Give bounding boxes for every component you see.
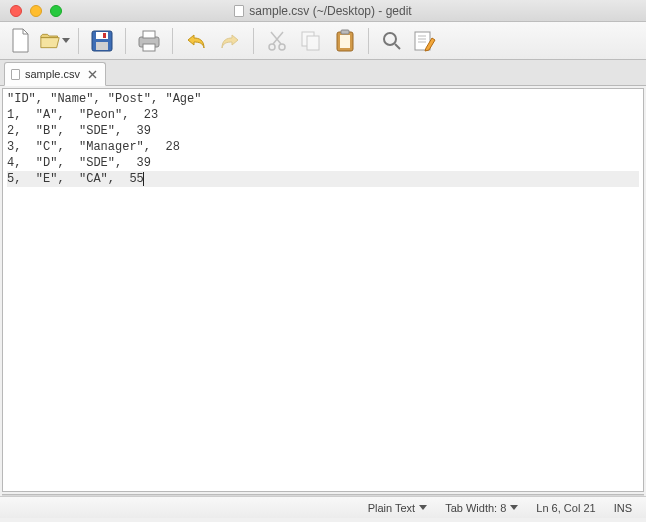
- redo-icon: [219, 32, 241, 50]
- svg-rect-10: [307, 36, 319, 50]
- open-file-button[interactable]: [40, 26, 70, 56]
- language-selector[interactable]: Plain Text: [368, 502, 428, 514]
- scissors-icon: [267, 30, 287, 52]
- window-title-text: sample.csv (~/Desktop) - gedit: [249, 4, 411, 18]
- find-replace-icon: [414, 30, 438, 52]
- titlebar: sample.csv (~/Desktop) - gedit: [0, 0, 646, 22]
- tab-sample-csv[interactable]: sample.csv: [4, 62, 106, 86]
- editor-line: 3, "C", "Manager", 28: [7, 139, 639, 155]
- copy-icon: [300, 30, 322, 52]
- svg-point-7: [269, 44, 275, 50]
- editor-line: 2, "B", "SDE", 39: [7, 123, 639, 139]
- redo-button[interactable]: [215, 26, 245, 56]
- copy-button[interactable]: [296, 26, 326, 56]
- document-icon: [234, 5, 244, 17]
- separator: [125, 28, 126, 54]
- folder-open-icon: [40, 32, 60, 50]
- window-title: sample.csv (~/Desktop) - gedit: [0, 4, 646, 18]
- tab-width-label: Tab Width: 8: [445, 502, 506, 514]
- svg-point-8: [279, 44, 285, 50]
- text-cursor: [143, 172, 144, 186]
- cursor-position-label: Ln 6, Col 21: [536, 502, 595, 514]
- save-icon: [91, 30, 113, 52]
- separator: [78, 28, 79, 54]
- svg-rect-6: [143, 44, 155, 51]
- svg-rect-2: [96, 42, 108, 50]
- editor-line: "ID", "Name", "Post", "Age": [7, 91, 639, 107]
- tab-close-button[interactable]: [85, 67, 99, 81]
- print-button[interactable]: [134, 26, 164, 56]
- new-file-icon: [10, 28, 32, 54]
- find-replace-button[interactable]: [411, 26, 441, 56]
- cut-button[interactable]: [262, 26, 292, 56]
- paste-button[interactable]: [330, 26, 360, 56]
- editor-line: 4, "D", "SDE", 39: [7, 155, 639, 171]
- separator: [253, 28, 254, 54]
- svg-point-14: [384, 33, 396, 45]
- find-button[interactable]: [377, 26, 407, 56]
- insert-mode[interactable]: INS: [614, 502, 632, 514]
- editor-line: 1, "A", "Peon", 23: [7, 107, 639, 123]
- svg-rect-13: [341, 30, 349, 34]
- language-label: Plain Text: [368, 502, 416, 514]
- chevron-down-icon: [62, 38, 70, 43]
- minimize-window-button[interactable]: [30, 5, 42, 17]
- close-window-button[interactable]: [10, 5, 22, 17]
- svg-rect-12: [340, 35, 350, 48]
- svg-rect-5: [143, 31, 155, 38]
- new-file-button[interactable]: [6, 26, 36, 56]
- cursor-position: Ln 6, Col 21: [536, 502, 595, 514]
- insert-mode-label: INS: [614, 502, 632, 514]
- undo-button[interactable]: [181, 26, 211, 56]
- search-icon: [381, 30, 403, 52]
- clipboard-icon: [335, 29, 355, 53]
- document-icon: [11, 69, 20, 80]
- save-button[interactable]: [87, 26, 117, 56]
- separator: [172, 28, 173, 54]
- chevron-down-icon: [419, 505, 427, 510]
- tab-width-selector[interactable]: Tab Width: 8: [445, 502, 518, 514]
- separator: [368, 28, 369, 54]
- svg-rect-1: [96, 32, 108, 39]
- undo-icon: [185, 32, 207, 50]
- text-editor[interactable]: "ID", "Name", "Post", "Age"1, "A", "Peon…: [2, 88, 644, 492]
- tab-bar: sample.csv: [0, 60, 646, 86]
- status-bar: Plain Text Tab Width: 8 Ln 6, Col 21 INS: [0, 496, 646, 518]
- editor-line: 5, "E", "CA", 55: [7, 171, 639, 187]
- window-controls: [0, 5, 62, 17]
- toolbar: [0, 22, 646, 60]
- printer-icon: [137, 30, 161, 52]
- chevron-down-icon: [510, 505, 518, 510]
- tab-label: sample.csv: [25, 68, 80, 80]
- maximize-window-button[interactable]: [50, 5, 62, 17]
- svg-rect-3: [103, 33, 106, 38]
- close-icon: [88, 70, 97, 79]
